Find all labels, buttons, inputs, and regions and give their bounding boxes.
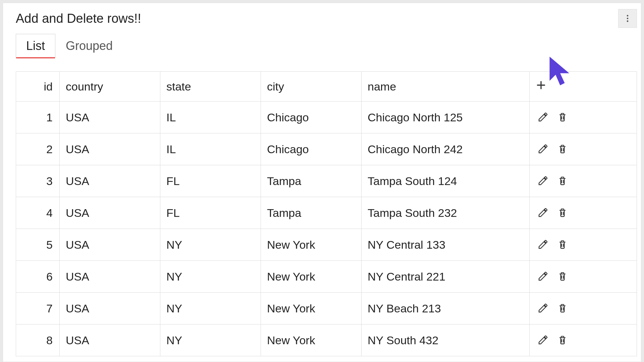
delete-row-button[interactable] (555, 141, 570, 156)
trash-icon (557, 207, 568, 218)
cell-country: USA (60, 229, 160, 261)
edit-row-button[interactable] (536, 301, 550, 315)
cell-country: USA (60, 165, 160, 197)
cell-name: Chicago North 242 (362, 133, 530, 165)
cell-name: Tampa South 124 (362, 165, 530, 197)
add-row-button[interactable] (536, 80, 546, 93)
pencil-icon (538, 143, 548, 154)
delete-row-button[interactable] (555, 301, 570, 315)
edit-row-button[interactable] (536, 205, 550, 220)
panel-header: Add and Delete rows!! (3, 3, 641, 34)
cell-state: NY (160, 324, 261, 356)
more-vertical-icon (623, 14, 632, 23)
cell-name: NY Central 133 (362, 229, 530, 261)
col-header-country[interactable]: country (60, 72, 160, 102)
trash-icon (557, 143, 568, 154)
cell-name: Chicago North 125 (362, 102, 530, 133)
tab-label: List (26, 39, 45, 53)
table-row: 7USANYNew YorkNY Beach 213 (16, 293, 637, 324)
cell-country: USA (60, 293, 160, 324)
delete-row-button[interactable] (555, 333, 570, 347)
cell-id: 1 (16, 102, 60, 133)
col-header-state[interactable]: state (160, 72, 261, 102)
cell-state: NY (160, 293, 261, 324)
cell-id: 5 (16, 229, 60, 261)
edit-row-button[interactable] (536, 333, 550, 347)
cell-actions (530, 293, 637, 324)
svg-point-1 (627, 18, 629, 19)
delete-row-button[interactable] (555, 269, 570, 284)
delete-row-button[interactable] (555, 205, 570, 220)
delete-row-button[interactable] (555, 173, 570, 188)
svg-point-0 (627, 15, 629, 17)
cell-id: 7 (16, 293, 60, 324)
pencil-icon (538, 239, 548, 250)
cell-country: USA (60, 261, 160, 293)
cell-state: NY (160, 229, 261, 261)
cell-country: USA (60, 197, 160, 229)
cell-actions (530, 197, 637, 229)
trash-icon (557, 112, 568, 122)
tab-bar: List Grouped (3, 34, 641, 58)
pencil-icon (538, 207, 548, 218)
edit-row-button[interactable] (536, 173, 550, 188)
more-options-button[interactable] (618, 9, 637, 28)
cell-id: 8 (16, 324, 60, 356)
tab-label: Grouped (66, 39, 113, 53)
table-header-row: id country state city name (16, 72, 637, 102)
cell-city: Tampa (261, 197, 362, 229)
edit-row-button[interactable] (536, 110, 550, 124)
tab-grouped[interactable]: Grouped (55, 34, 123, 58)
cell-id: 2 (16, 133, 60, 165)
delete-row-button[interactable] (555, 110, 570, 124)
table-scroll-area[interactable]: id country state city name (16, 71, 637, 362)
col-header-city[interactable]: city (261, 72, 362, 102)
cell-actions (530, 102, 637, 133)
cell-id: 6 (16, 261, 60, 293)
table-row: 1USAILChicagoChicago North 125 (16, 102, 637, 133)
cell-state: FL (160, 197, 261, 229)
plus-icon (536, 80, 546, 90)
cell-country: USA (60, 102, 160, 133)
table-row: 3USAFLTampaTampa South 124 (16, 165, 637, 197)
cell-country: USA (60, 324, 160, 356)
trash-icon (557, 175, 568, 186)
trash-icon (557, 239, 568, 250)
cell-name: Tampa South 232 (362, 197, 530, 229)
pencil-icon (538, 335, 548, 345)
trash-icon (557, 303, 568, 313)
cell-city: Tampa (261, 165, 362, 197)
edit-row-button[interactable] (536, 237, 550, 252)
cell-city: Chicago (261, 102, 362, 133)
trash-icon (557, 271, 568, 282)
panel: Add and Delete rows!! List Grouped id co… (3, 3, 641, 362)
col-header-id[interactable]: id (16, 72, 60, 102)
cell-state: FL (160, 165, 261, 197)
cell-country: USA (60, 133, 160, 165)
col-header-actions (530, 72, 637, 102)
data-table: id country state city name (16, 71, 637, 362)
pencil-icon (538, 112, 548, 122)
cell-city: Chicago (261, 133, 362, 165)
cell-city: New York (261, 324, 362, 356)
pencil-icon (538, 271, 548, 282)
cell-city: New York (261, 261, 362, 293)
svg-point-2 (627, 20, 629, 22)
edit-row-button[interactable] (536, 269, 550, 284)
cell-state: IL (160, 102, 261, 133)
cell-actions (530, 229, 637, 261)
table-row: 8USANYNew YorkNY South 432 (16, 324, 637, 356)
col-header-name[interactable]: name (362, 72, 530, 102)
cell-actions (530, 324, 637, 356)
pencil-icon (538, 303, 548, 313)
tab-list[interactable]: List (16, 34, 55, 58)
table-row: 2USAILChicagoChicago North 242 (16, 133, 637, 165)
cell-state: NY (160, 261, 261, 293)
edit-row-button[interactable] (536, 141, 550, 156)
delete-row-button[interactable] (555, 237, 570, 252)
table-row: 4USAFLTampaTampa South 232 (16, 197, 637, 229)
cell-actions (530, 261, 637, 293)
cell-id: 3 (16, 165, 60, 197)
table-row: 5USANYNew YorkNY Central 133 (16, 229, 637, 261)
cell-city: New York (261, 293, 362, 324)
